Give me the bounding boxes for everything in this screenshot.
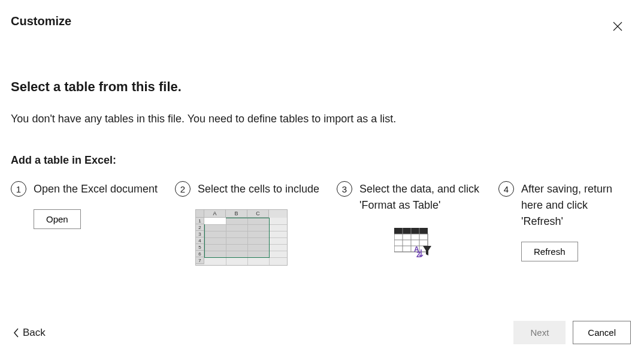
- back-label: Back: [23, 327, 46, 339]
- svg-text:Z: Z: [416, 251, 421, 258]
- cancel-button[interactable]: Cancel: [573, 321, 631, 344]
- open-button[interactable]: Open: [34, 209, 81, 229]
- page-title: Customize: [11, 14, 71, 28]
- step-1: 1 Open the Excel document Open: [11, 181, 175, 266]
- format-as-table-icon: A Z: [394, 228, 431, 258]
- step-text-4: After saving, return here and click 'Ref…: [521, 181, 622, 230]
- step-3: 3 Select the data, and click 'Format as …: [337, 181, 498, 266]
- close-icon: [613, 22, 622, 31]
- step-text-1: Open the Excel document: [34, 181, 158, 197]
- step-number-3: 3: [337, 181, 352, 197]
- step-4: 4 After saving, return here and click 'R…: [498, 181, 633, 266]
- next-button[interactable]: Next: [513, 321, 566, 344]
- steps-container: 1 Open the Excel document Open 2 Select …: [11, 181, 633, 266]
- subsection-title: Add a table in Excel:: [11, 154, 633, 167]
- step-2: 2 Select the cells to include: [175, 181, 337, 266]
- step-number-4: 4: [498, 181, 514, 197]
- refresh-button[interactable]: Refresh: [521, 242, 578, 261]
- step-text-3: Select the data, and click 'Format as Ta…: [359, 181, 488, 213]
- spreadsheet-icon: A B C 1 2 3 4 5 6 7: [195, 209, 288, 266]
- close-button[interactable]: [608, 17, 627, 36]
- instruction-text: You don't have any tables in this file. …: [11, 113, 633, 125]
- step-text-2: Select the cells to include: [198, 181, 319, 197]
- step-number-1: 1: [11, 181, 26, 197]
- back-button[interactable]: Back: [11, 323, 48, 342]
- chevron-left-icon: [13, 328, 19, 338]
- section-title: Select a table from this file.: [11, 79, 633, 95]
- step-number-2: 2: [175, 181, 191, 197]
